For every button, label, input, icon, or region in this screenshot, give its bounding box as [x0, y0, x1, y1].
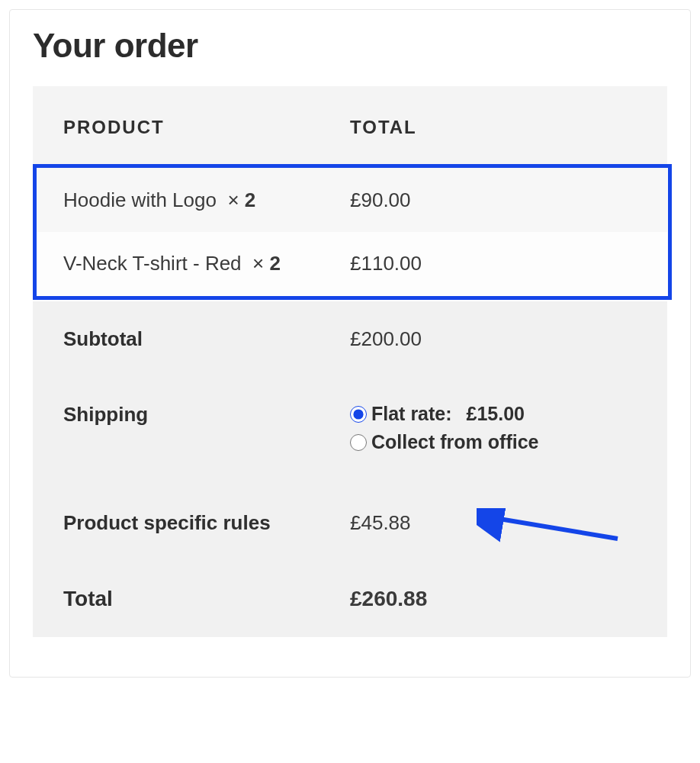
multiply-sign: × — [227, 188, 239, 211]
svg-line-1 — [490, 517, 618, 539]
order-review-card: Your order PRODUCT TOTAL Hoodie with Log… — [9, 9, 691, 678]
arrow-annotation-icon — [477, 508, 621, 554]
table-header-row: PRODUCT TOTAL — [33, 86, 667, 169]
total-label: Total — [33, 587, 350, 611]
subtotal-label: Subtotal — [33, 327, 350, 351]
shipping-option-price: £15.00 — [467, 403, 525, 425]
totals-panel: Subtotal £200.00 Shipping Flat rate: £15… — [33, 301, 667, 654]
shipping-row: Shipping Flat rate: £15.00 Collect from … — [33, 377, 667, 485]
fee-label: Product specific rules — [33, 511, 350, 535]
table-row: Hoodie with Logo × 2 £90.00 — [33, 169, 667, 232]
item-title: V-Neck T-shirt - Red — [63, 252, 242, 275]
subtotal-row: Subtotal £200.00 — [33, 301, 667, 377]
shipping-option-label: Collect from office — [371, 431, 538, 453]
item-total: £110.00 — [350, 252, 637, 275]
subtotal-value: £200.00 — [350, 327, 667, 351]
shipping-label: Shipping — [33, 403, 350, 427]
item-name: V-Neck T-shirt - Red × 2 — [63, 252, 350, 275]
shipping-radio-flat-rate[interactable] — [350, 406, 367, 423]
shipping-radio-collect[interactable] — [350, 434, 367, 451]
order-items: Hoodie with Logo × 2 £90.00 V-Neck T-shi… — [33, 169, 667, 295]
shipping-option-flat-rate[interactable]: Flat rate: £15.00 — [350, 403, 667, 425]
shipping-option-collect[interactable]: Collect from office — [350, 431, 667, 453]
item-qty: 2 — [245, 188, 255, 211]
shipping-options: Flat rate: £15.00 Collect from office — [350, 403, 667, 459]
total-value: £260.88 — [350, 587, 667, 611]
order-heading: Your order — [33, 27, 667, 65]
item-total: £90.00 — [350, 188, 637, 212]
shipping-option-label: Flat rate: — [371, 403, 452, 425]
totals-list: Subtotal £200.00 Shipping Flat rate: £15… — [33, 301, 667, 654]
item-name: Hoodie with Logo × 2 — [63, 188, 350, 212]
total-row: Total £260.88 — [33, 561, 667, 637]
multiply-sign: × — [252, 252, 264, 275]
item-title: Hoodie with Logo — [63, 188, 217, 211]
fee-row: Product specific rules £45.88 — [33, 485, 667, 561]
item-qty: 2 — [269, 252, 280, 275]
order-table: PRODUCT TOTAL Hoodie with Logo × 2 £90.0… — [33, 86, 667, 654]
header-total: TOTAL — [350, 117, 637, 138]
header-product: PRODUCT — [63, 117, 350, 138]
table-row: V-Neck T-shirt - Red × 2 £110.00 — [33, 232, 667, 295]
